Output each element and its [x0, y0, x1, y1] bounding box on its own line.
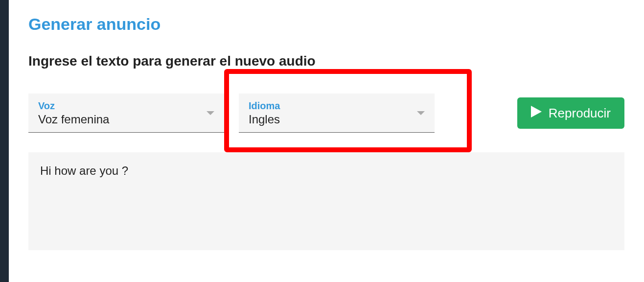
chevron-down-icon	[207, 111, 214, 115]
controls-row: Voz Voz femenina Idioma Ingles Reproduci…	[28, 94, 624, 133]
play-button-label: Reproducir	[549, 106, 611, 121]
sidebar-stub	[0, 0, 9, 282]
page-title: Generar anuncio	[28, 15, 624, 34]
language-value: Ingles	[249, 113, 425, 126]
spacer	[449, 94, 503, 133]
voice-value: Voz femenina	[38, 113, 214, 126]
language-select-wrap: Idioma Ingles	[239, 94, 435, 133]
language-label: Idioma	[249, 100, 425, 112]
chevron-down-icon	[417, 111, 425, 115]
play-icon	[531, 106, 542, 121]
section-heading: Ingrese el texto para generar el nuevo a…	[28, 53, 624, 69]
language-select[interactable]: Idioma Ingles	[239, 94, 435, 133]
voice-label: Voz	[38, 100, 214, 112]
main-content: Generar anuncio Ingrese el texto para ge…	[9, 0, 644, 282]
text-input[interactable]	[28, 152, 624, 250]
voice-select[interactable]: Voz Voz femenina	[28, 94, 224, 133]
voice-select-wrap: Voz Voz femenina	[28, 94, 224, 133]
play-button[interactable]: Reproducir	[517, 97, 624, 129]
